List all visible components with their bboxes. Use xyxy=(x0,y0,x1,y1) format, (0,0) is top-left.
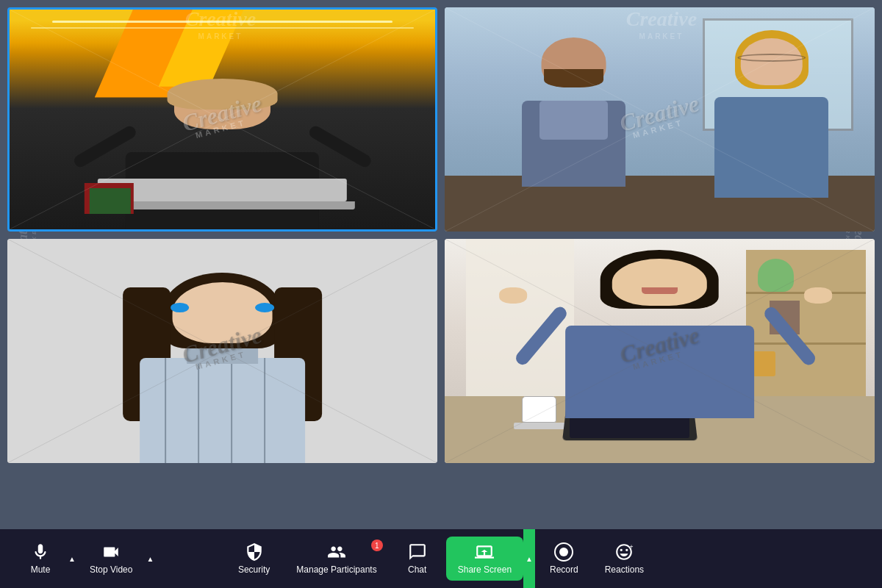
shield-icon xyxy=(245,542,264,562)
video-caret[interactable]: ▲ xyxy=(144,529,156,588)
microphone-icon xyxy=(31,542,50,562)
cell-3-diag-lines xyxy=(7,239,437,463)
share-screen-label: Share Screen xyxy=(458,564,512,575)
reactions-label: Reactions xyxy=(605,564,644,575)
record-icon xyxy=(554,542,573,562)
stop-video-label: Stop Video xyxy=(90,564,133,575)
cell-4-diag-lines xyxy=(445,239,875,463)
mute-label: Mute xyxy=(31,564,51,575)
svg-text:+: + xyxy=(630,543,634,551)
record-label: Record xyxy=(550,564,578,575)
manage-participants-label: Manage Participants xyxy=(296,564,376,575)
toolbar-center-controls: Security 1 Manage Participants Chat Shar… xyxy=(226,529,656,588)
mute-button[interactable]: Mute xyxy=(15,537,66,581)
people-icon xyxy=(327,542,346,562)
stop-video-button[interactable]: Stop Video xyxy=(78,537,145,581)
cell-2-diag-lines xyxy=(445,7,875,232)
video-cell-2: Creative MARKET xyxy=(445,7,875,232)
share-screen-group: Share Screen ▲ xyxy=(446,529,535,588)
toolbar-left-controls: Mute ▲ Stop Video ▲ xyxy=(15,529,156,588)
video-cell-3: Creative MARKET xyxy=(7,239,437,463)
mute-caret[interactable]: ▲ xyxy=(66,529,78,588)
reactions-button[interactable]: + Reactions xyxy=(593,537,656,581)
record-dot xyxy=(559,548,568,556)
manage-participants-button[interactable]: 1 Manage Participants xyxy=(284,537,388,581)
chat-button[interactable]: Chat xyxy=(392,537,443,581)
video-cell-1: Creative MARKET xyxy=(7,7,437,232)
participants-badge: 1 xyxy=(371,539,383,551)
main-content: Creative MARKET Creative MARKET Creative… xyxy=(0,0,882,529)
stop-video-group: Stop Video ▲ xyxy=(78,529,156,588)
toolbar: Mute ▲ Stop Video ▲ Security xyxy=(0,529,882,588)
video-grid: Creative MARKET xyxy=(0,0,882,470)
security-button[interactable]: Security xyxy=(226,537,282,581)
share-screen-caret[interactable]: ▲ xyxy=(523,529,535,588)
camera-icon xyxy=(101,542,121,562)
mute-group: Mute ▲ xyxy=(15,529,78,588)
record-button[interactable]: Record xyxy=(538,537,590,581)
chat-icon xyxy=(408,542,427,562)
share-screen-icon xyxy=(475,542,494,562)
chat-label: Chat xyxy=(408,564,426,575)
video-cell-4: Creative MARKET xyxy=(445,239,875,463)
reactions-icon: + xyxy=(614,542,634,562)
security-label: Security xyxy=(238,564,270,575)
share-screen-button[interactable]: Share Screen xyxy=(446,537,523,581)
